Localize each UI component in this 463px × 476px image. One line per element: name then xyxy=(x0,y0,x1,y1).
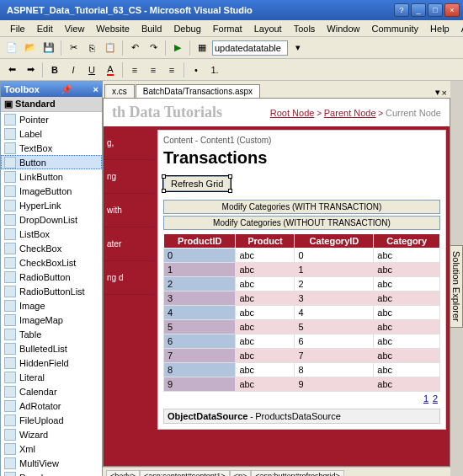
save-icon[interactable]: 💾 xyxy=(40,40,57,56)
tab-dropdown-icon[interactable]: ▾ xyxy=(435,87,440,98)
pager-1[interactable]: 1 xyxy=(423,393,428,404)
menu-build[interactable]: Build xyxy=(136,22,167,35)
toolbox-item-adrotator[interactable]: AdRotator xyxy=(1,398,102,413)
toolbox-item-radiobutton[interactable]: RadioButton xyxy=(1,270,102,284)
combo-input[interactable] xyxy=(212,40,288,56)
copy-icon[interactable]: ⎘ xyxy=(83,40,100,56)
menu-edit[interactable]: Edit xyxy=(32,22,58,35)
underline-icon[interactable]: U xyxy=(83,62,100,78)
menu-website[interactable]: Website xyxy=(91,22,135,35)
menu-layout[interactable]: Layout xyxy=(249,22,287,35)
sidenav-item[interactable]: ater xyxy=(104,227,154,261)
content-placeholder[interactable]: Content - Content1 (Custom) Transactions… xyxy=(157,130,446,430)
grid-header[interactable]: CategoryID xyxy=(295,234,374,249)
menu-tools[interactable]: Tools xyxy=(289,22,321,35)
fontcolor-icon[interactable]: A xyxy=(102,62,119,78)
toolbox-item-button[interactable]: Button xyxy=(1,155,102,169)
menu-window[interactable]: Window xyxy=(322,22,365,35)
toolbox-category[interactable]: ▣ Standard xyxy=(1,97,102,112)
toolbox-item-checkboxlist[interactable]: CheckBoxList xyxy=(1,255,102,270)
menu-help[interactable]: Help xyxy=(425,22,455,35)
menu-format[interactable]: Format xyxy=(208,22,247,35)
breadcrumb-parent[interactable]: Parent Node xyxy=(324,108,376,118)
toolbox-item-panel[interactable]: Panel xyxy=(1,470,102,476)
table-row[interactable]: 2abc2abc xyxy=(164,277,440,291)
nav-back-icon[interactable]: ⬅ xyxy=(3,62,20,78)
menu-debug[interactable]: Debug xyxy=(168,22,205,35)
solution-explorer-tab[interactable]: Solution Explorer xyxy=(450,245,463,328)
close-button[interactable]: × xyxy=(444,3,460,17)
toolbox-item-literal[interactable]: Literal xyxy=(1,370,102,384)
toolbox-item-hiddenfield[interactable]: HiddenField xyxy=(1,356,102,370)
nav-fwd-icon[interactable]: ➡ xyxy=(22,62,39,78)
tab-inactive[interactable]: x.cs xyxy=(104,84,135,98)
refresh-grid-button[interactable]: Refresh Grid xyxy=(163,176,231,191)
menu-file[interactable]: File xyxy=(5,22,30,35)
table-row[interactable]: 4abc4abc xyxy=(164,306,440,320)
products-gridview[interactable]: ProductIDProductCategoryIDCategory 0abc0… xyxy=(163,233,440,392)
tag-content[interactable]: <asp:content#content1> xyxy=(140,470,230,477)
toolbox-pin-icon[interactable]: 📌 xyxy=(61,84,72,95)
grid-icon[interactable]: ▦ xyxy=(194,40,210,56)
toolbox-item-hyperlink[interactable]: HyperLink xyxy=(1,198,102,212)
grid-header[interactable]: ProductID xyxy=(164,234,236,249)
toolbox-item-pointer[interactable]: Pointer xyxy=(1,112,102,126)
align-left-icon[interactable]: ≡ xyxy=(126,62,143,78)
align-right-icon[interactable]: ≡ xyxy=(163,62,180,78)
table-row[interactable]: 5abc5abc xyxy=(164,320,440,334)
bold-icon[interactable]: B xyxy=(46,62,63,78)
list-num-icon[interactable]: 1. xyxy=(206,62,223,78)
grid-header[interactable]: Product xyxy=(236,234,295,249)
toolbox-item-textbox[interactable]: TextBox xyxy=(1,141,102,155)
toolbox-item-wizard[interactable]: Wizard xyxy=(1,427,102,441)
menu-view[interactable]: View xyxy=(60,22,90,35)
dropdown-icon[interactable]: ▾ xyxy=(290,40,306,56)
toolbox-item-radiobuttonlist[interactable]: RadioButtonList xyxy=(1,284,102,298)
table-row[interactable]: 3abc3abc xyxy=(164,291,440,306)
table-row[interactable]: 0abc0abc xyxy=(164,249,440,263)
help-button[interactable]: ? xyxy=(394,3,409,17)
toolbox-item-xml[interactable]: Xml xyxy=(1,441,102,456)
objectdatasource[interactable]: ObjectDataSource - ProductsDataSource xyxy=(163,409,440,424)
table-row[interactable]: 8abc8abc xyxy=(164,363,440,377)
table-row[interactable]: 6abc6abc xyxy=(164,334,440,349)
toolbox-item-fileupload[interactable]: FileUpload xyxy=(1,413,102,427)
toolbox-item-bulletedlist[interactable]: BulletedList xyxy=(1,341,102,356)
menu-community[interactable]: Community xyxy=(366,22,423,35)
table-row[interactable]: 1abc1abc xyxy=(164,263,440,277)
toolbox-item-calendar[interactable]: Calendar xyxy=(1,384,102,398)
toolbox-item-imagebutton[interactable]: ImageButton xyxy=(1,184,102,198)
modify-without-transaction-button[interactable]: Modify Categories (WITHOUT TRANSACTION) xyxy=(163,216,440,230)
pager-2[interactable]: 2 xyxy=(433,393,438,404)
maximize-button[interactable]: □ xyxy=(428,3,443,17)
grid-header[interactable]: Category xyxy=(374,234,440,249)
list-bullet-icon[interactable]: • xyxy=(188,62,205,78)
italic-icon[interactable]: I xyxy=(65,62,82,78)
toolbox-item-label[interactable]: Label xyxy=(1,126,102,141)
open-icon[interactable]: 📂 xyxy=(22,40,39,56)
table-row[interactable]: 7abc7abc xyxy=(164,349,440,363)
redo-icon[interactable]: ↷ xyxy=(145,40,162,56)
tag-p[interactable]: <p> xyxy=(230,470,252,477)
toolbox-item-multiview[interactable]: MultiView xyxy=(1,456,102,470)
toolbox-item-table[interactable]: Table xyxy=(1,327,102,341)
toolbox-item-imagemap[interactable]: ImageMap xyxy=(1,313,102,327)
run-icon[interactable]: ▶ xyxy=(169,40,186,56)
toolbox-item-dropdownlist[interactable]: DropDownList xyxy=(1,212,102,227)
paste-icon[interactable]: 📋 xyxy=(102,40,119,56)
toolbox-close-icon[interactable]: × xyxy=(93,84,98,94)
new-icon[interactable]: 📄 xyxy=(3,40,20,56)
sidenav-item[interactable]: with xyxy=(104,194,154,227)
toolbox-item-checkbox[interactable]: CheckBox xyxy=(1,241,102,255)
sidenav-item[interactable]: ng d xyxy=(104,261,154,295)
tag-body[interactable]: <body> xyxy=(106,470,140,477)
toolbox-item-listbox[interactable]: ListBox xyxy=(1,227,102,241)
breadcrumb-root[interactable]: Root Node xyxy=(270,108,315,118)
sidenav-item[interactable]: ng xyxy=(104,160,154,194)
modify-with-transaction-button[interactable]: Modify Categories (WITH TRANSACTION) xyxy=(163,200,440,214)
undo-icon[interactable]: ↶ xyxy=(126,40,143,56)
tab-close-icon[interactable]: × xyxy=(442,88,447,98)
sidenav-item[interactable]: g, xyxy=(104,126,154,160)
table-row[interactable]: 9abc9abc xyxy=(164,377,440,392)
tag-button[interactable]: <asp:button#refreshgrid> xyxy=(251,470,344,477)
